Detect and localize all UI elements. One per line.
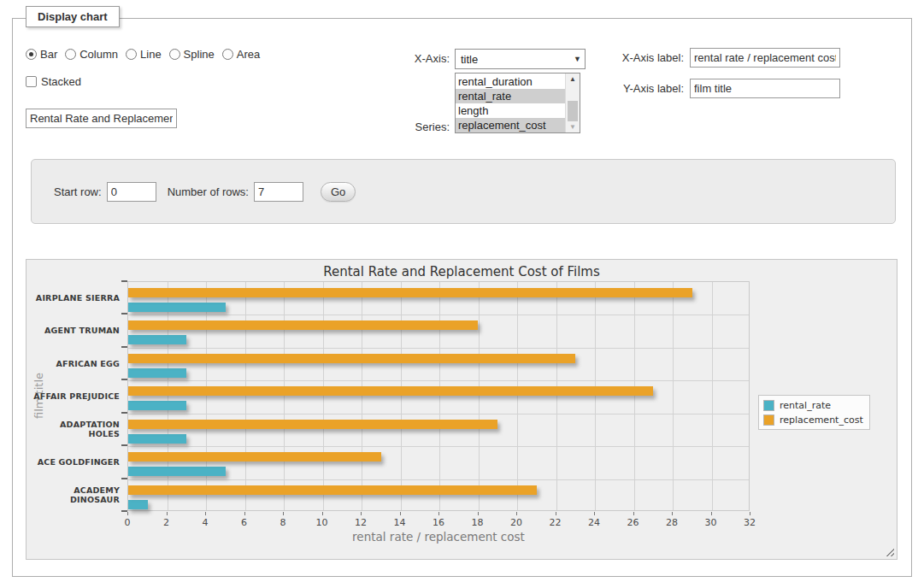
series-option-rental_rate[interactable]: rental_rate [456,89,565,103]
chart-type-radio-area[interactable]: Area [222,48,260,61]
y-axis-tick [121,478,127,479]
x-axis-tick [478,512,479,515]
chart-title-input[interactable] [26,109,177,128]
y-axis-tick [121,510,127,512]
legend-swatch [763,400,774,411]
x-tick-label: 30 [705,517,717,528]
y-axis-tick [121,313,127,315]
legend-label: replacement_cost [780,414,863,426]
x-axis-tick [556,512,556,515]
rental_rate-bar [128,500,148,509]
series-option-length[interactable]: length [456,103,565,118]
rental_rate-bar [128,401,186,410]
legend-item-rental_rate: rental_rate [763,400,863,411]
series-select-label: Series: [376,121,450,133]
scrollbar-up-icon[interactable]: ▲ [566,73,580,85]
x-axis-title: rental rate / replacement cost [127,530,750,544]
num-rows-input[interactable] [254,182,303,202]
x-tick-label: 0 [125,517,131,528]
y-axis-label-input[interactable] [690,79,840,98]
x-axis-label-input[interactable] [690,48,840,68]
category-label: ACADEMY DINOSAUR [26,479,120,511]
gridline [439,282,440,510]
chart-container: Rental Rate and Replacement Cost of Film… [26,259,898,560]
y-axis-tick [121,412,127,414]
x-tick-label: 14 [394,517,406,528]
x-axis-tick [361,512,362,515]
x-tick-label: 6 [241,517,247,528]
chart-type-radio-column[interactable]: Column [65,48,118,61]
gridline [128,348,749,349]
x-axis-tick [127,512,128,515]
radio-label: Spline [184,48,215,61]
start-row-input[interactable] [107,182,156,202]
scrollbar-down-icon[interactable]: ▼ [566,121,580,132]
gridline [634,282,635,510]
replacement_cost-bar [128,386,653,396]
gridline [362,282,362,510]
category-label: AFFAIR PREJUDICE [26,379,120,412]
x-tick-label: 32 [744,517,756,528]
legend-item-replacement_cost: replacement_cost [763,414,863,426]
x-axis-tick [283,512,284,515]
chart-type-radio-line[interactable]: Line [126,48,162,61]
chart-type-radio-bar[interactable]: Bar [26,48,57,61]
category-label: AIRPLANE SIERRA [26,281,120,314]
x-tick-label: 4 [203,517,209,528]
gridline [479,282,480,510]
listbox-scrollbar[interactable]: ▲ ▼ [565,73,580,132]
radio-label: Bar [40,48,57,61]
replacement_cost-bar [128,420,497,429]
gridline [128,479,749,480]
x-axis-tick [516,512,517,515]
x-tick-label: 16 [433,517,444,528]
gridline [556,282,557,510]
x-tick-label: 26 [627,517,639,528]
gridline [673,282,674,510]
x-axis-tick [750,512,750,515]
series-option-replacement_cost[interactable]: replacement_cost [456,118,565,132]
x-tick-label: 12 [355,517,367,528]
x-axis-tick [594,512,595,515]
x-axis-tick [244,512,245,515]
replacement_cost-bar [128,485,537,495]
gridline [245,282,246,510]
y-axis-tick [121,379,127,380]
stacked-checkbox[interactable] [26,76,37,87]
go-button[interactable]: Go [321,182,356,202]
chart-title: Rental Rate and Replacement Cost of Film… [26,264,897,279]
x-axis-tick [711,512,712,515]
y-axis-label-label: Y-Axis label: [598,82,684,95]
replacement_cost-bar [128,452,381,461]
radio-label: Column [79,48,118,61]
gridline [712,282,713,510]
x-tick-label: 22 [550,517,562,528]
x-axis-select[interactable]: title ▼ [455,49,586,69]
rental_rate-bar [128,335,186,344]
gridline [128,414,749,414]
series-option-rental_duration[interactable]: rental_duration [456,74,565,89]
scrollbar-thumb[interactable] [568,101,578,121]
gridline [595,282,596,510]
gridline [128,315,749,315]
x-axis-tick [400,512,401,515]
page: Display chart BarColumnLineSplineArea St… [0,0,924,582]
x-axis-tick [167,512,168,515]
x-tick-label: 8 [280,517,286,528]
resize-grip-icon[interactable] [885,547,894,556]
gridline [323,282,324,510]
stacked-checkbox-row[interactable]: Stacked [26,75,81,88]
x-axis-label-label: X-Axis label: [598,51,684,64]
x-axis-tick [633,512,634,515]
chart-type-radio-spline[interactable]: Spline [169,48,215,61]
start-row-label: Start row: [54,185,102,198]
category-label: AFRICAN EGG [26,347,120,379]
series-listbox[interactable]: rental_durationrental_ratelengthreplacem… [455,73,580,133]
gridline [284,282,285,510]
x-tick-label: 2 [163,517,169,528]
x-axis-tick [322,512,323,515]
x-axis-tick [672,512,673,515]
x-axis-tick [438,512,439,515]
legend-swatch [763,414,774,426]
radio-icon [222,49,233,60]
